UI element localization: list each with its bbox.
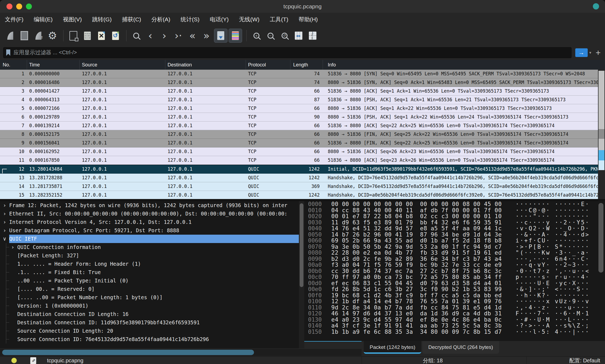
detail-row-3[interactable]: ›User Datagram Protocol, Src Port: 59271… (0, 226, 299, 235)
chevron-right-icon[interactable]: › (0, 201, 9, 210)
detail-scrollbar[interactable] (299, 201, 304, 348)
detail-row-1[interactable]: ›Ethernet II, Src: 00:00:00_00:00:00 (00… (0, 210, 299, 218)
menu-item-6[interactable]: 统计(S) (181, 16, 199, 23)
packet-row-10[interactable]: 100.000162952127.0.0.1127.0.0.1TCP668080… (0, 147, 605, 156)
pane-splitter[interactable] (0, 199, 605, 201)
open-file-button[interactable] (67, 29, 80, 42)
packet-map-segment[interactable] (599, 129, 604, 139)
hex-row-0060[interactable]: 006069 05 2b 66 9a 43 55 ad d0 1b a7 f5 … (304, 238, 605, 244)
column-header-info[interactable]: Info (323, 60, 605, 70)
capture-comment-icon[interactable] (30, 357, 36, 364)
detail-row-2[interactable]: ›Internet Protocol Version 4, Src: 127.0… (0, 218, 299, 226)
detail-row-6[interactable]: [Packet Length: 327] (0, 251, 299, 260)
detail-horizontal-scrollbar[interactable] (0, 349, 362, 356)
find-packet-button[interactable] (130, 29, 143, 42)
detail-row-16[interactable]: Source Connection ID: 76e45132dd9d57e8a5… (0, 335, 299, 343)
chevron-down-icon[interactable]: ∨ (0, 235, 9, 243)
add-filter-button[interactable]: + (596, 49, 601, 57)
hex-row-00b0[interactable]: 00b0cc 30 dd b6 74 37 ec 7a 27 2c b7 8f … (304, 268, 605, 274)
bytes-scrollbar[interactable] (598, 203, 604, 338)
go-forward-button[interactable]: › (158, 29, 171, 42)
restart-capture-button[interactable] (32, 29, 45, 42)
hex-row-0030[interactable]: 003011 d9 63 f5 e3 89 01 79 bb f4 32 e6 … (304, 220, 605, 226)
column-header-source[interactable]: Source (80, 60, 165, 70)
menu-item-4[interactable]: 捕获(C) (122, 16, 141, 23)
detail-row-13[interactable]: Destination Connection ID Length: 16 (0, 310, 299, 318)
packet-row-11[interactable]: 110.000167850127.0.0.1127.0.0.1TCP665183… (0, 156, 605, 165)
menu-item-9[interactable]: 工具(T) (270, 16, 288, 23)
packet-map-segment[interactable] (599, 160, 604, 170)
packet-row-12[interactable]: 1213.280143484127.0.0.1127.0.0.1QUIC1242… (0, 165, 605, 174)
menu-item-3[interactable]: 跳转(G) (92, 16, 112, 23)
stop-capture-button[interactable] (18, 29, 31, 42)
detail-row-11[interactable]: [.... ..00 = Packet Number Length: 1 byt… (0, 293, 299, 302)
packet-row-15[interactable]: 1513.282352152127.0.0.1127.0.0.1QUIC1242… (0, 191, 605, 200)
packet-row-14[interactable]: 1413.281735871127.0.0.1127.0.0.1QUIC369H… (0, 182, 605, 191)
packet-map-segment[interactable] (599, 71, 604, 129)
start-capture-button[interactable] (4, 29, 17, 42)
apply-filter-button[interactable]: → (575, 48, 588, 57)
menu-item-1[interactable]: 编辑(E) (34, 16, 53, 23)
packet-row-3[interactable]: 30.000041427127.0.0.1127.0.0.1TCP6651836… (0, 87, 605, 96)
packet-row-9[interactable]: 90.000156041127.0.0.1127.0.0.1TCP6651836… (0, 139, 605, 147)
expert-info-icon[interactable] (11, 358, 17, 363)
detail-row-14[interactable]: Destination Connection ID: 11d963f5e3890… (0, 318, 299, 327)
zoom-in-button[interactable] (250, 29, 263, 42)
packet-row-13[interactable]: 1313.281728288127.0.0.1127.0.0.1QUIC1242… (0, 174, 605, 182)
menu-item-7[interactable]: 电话(Y) (210, 16, 229, 23)
packet-row-6[interactable]: 60.000129789127.0.0.1127.0.0.1TCP908080 … (0, 113, 605, 122)
hex-row-0050[interactable]: 005014 b7 26 b2 96 00 41 19 87 96 34 be … (304, 232, 605, 238)
menu-item-10[interactable]: 帮助(H) (299, 16, 318, 23)
filter-dropdown-caret[interactable]: ▾ (589, 50, 591, 55)
detail-scrollbar-thumb[interactable] (300, 203, 303, 287)
hex-row-00a0[interactable]: 00a0f3 a0 04 71 f5 76 59 f9 bc 9b 32 7e … (304, 262, 605, 268)
column-header-destination[interactable]: Destination (165, 60, 246, 70)
bytes-scrollbar-thumb[interactable] (599, 203, 603, 272)
resize-columns-button[interactable] (292, 29, 305, 42)
auto-scroll-button[interactable] (214, 29, 228, 43)
chevron-right-icon[interactable]: › (8, 243, 17, 251)
go-last-packet-button[interactable]: » (200, 29, 213, 42)
detail-row-9[interactable]: ..00 .... = Packet Type: Initial (0) (0, 277, 299, 285)
packet-list-scrollbar[interactable] (598, 70, 605, 199)
detail-row-7[interactable]: 1... .... = Header Form: Long Header (1) (0, 260, 299, 268)
detail-row-4[interactable]: ∨QUIC IETF (0, 235, 299, 243)
column-header-length[interactable]: Length (290, 60, 323, 70)
reload-file-button[interactable] (109, 29, 122, 42)
zoom-reset-button[interactable] (278, 29, 291, 42)
go-first-packet-button[interactable]: « (186, 29, 199, 42)
zoom-out-button[interactable] (264, 29, 277, 42)
menu-item-8[interactable]: 无线(W) (239, 16, 259, 23)
chevron-right-icon[interactable]: › (0, 226, 9, 235)
detail-row-15[interactable]: Source Connection ID Length: 20 (0, 327, 299, 335)
packet-row-1[interactable]: 10.000000000127.0.0.1127.0.0.1TCP7451836… (0, 70, 605, 78)
packet-row-7[interactable]: 70.000139214127.0.0.1127.0.0.1TCP6651836… (0, 122, 605, 130)
hex-row-0120[interactable]: 012046 14 97 d6 d4 37 13 e0 da 1d 36 d9 … (304, 311, 605, 317)
packet-row-4[interactable]: 40.000064313127.0.0.1127.0.0.1TCP8751836… (0, 96, 605, 104)
filter-bookmark-icon[interactable] (6, 49, 10, 56)
hex-row-0000[interactable]: 000000 00 00 00 00 00 00 00 00 00 00 00 … (304, 201, 605, 207)
capture-options-button[interactable] (46, 29, 59, 42)
column-header-protocol[interactable]: Protocol (246, 60, 290, 70)
hex-row-0010[interactable]: 001004 cc 88 43 40 00 40 11 af db 7f 00 … (304, 207, 605, 214)
hex-row-0100[interactable]: 010012 1b df a4 14 e4 b7 78 76 55 7a 01 … (304, 298, 605, 305)
close-file-button[interactable] (95, 29, 108, 42)
layout-selector-button[interactable] (306, 29, 319, 42)
byte-tab-0[interactable]: Packet (1242 bytes) (364, 341, 421, 354)
detail-horizontal-scrollbar-thumb[interactable] (2, 350, 254, 355)
hex-row-0040[interactable]: 004014 76 e4 51 32 dd 9d 57 e8 a5 5f 4f … (304, 225, 605, 232)
column-header-no[interactable]: No. (0, 60, 27, 70)
detail-row-5[interactable]: ›QUIC Connection information (0, 243, 299, 251)
go-to-packet-button[interactable]: ›· (172, 29, 185, 42)
packet-row-5[interactable]: 50.000072166127.0.0.1127.0.0.1TCP668080 … (0, 104, 605, 113)
colorize-packets-button[interactable] (229, 29, 242, 43)
hex-row-0080[interactable]: 008022 28 00 e2 ea 0d 4b 77 fb 33 d9 91 … (304, 250, 605, 256)
hex-row-0130[interactable]: 0130e4 a0 23 9c d4 55 97 4d ef 8e 0e 4c … (304, 317, 605, 323)
status-profile[interactable]: 配置: Default (569, 357, 600, 364)
detail-row-10[interactable]: [.... 00.. = Reserved: 0] (0, 285, 299, 293)
packet-row-2[interactable]: 20.000016486127.0.0.1127.0.0.1TCP748080 … (0, 78, 605, 87)
detail-row-8[interactable]: .1.. .... = Fixed Bit: True (0, 268, 299, 277)
hex-row-0110[interactable]: 01109d 2c 8e 34 0a b7 7a dd fb cc 84 75 … (304, 305, 605, 311)
detail-row-0[interactable]: ›Frame 12: Packet, 1242 bytes on wire (9… (0, 201, 299, 210)
chevron-right-icon[interactable]: › (0, 218, 9, 226)
